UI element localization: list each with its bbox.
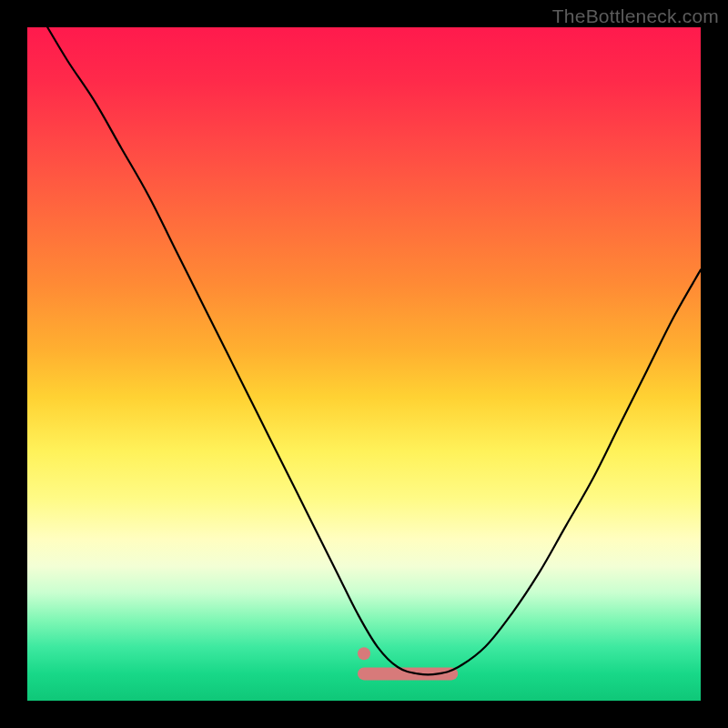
bottleneck-curve (47, 27, 701, 674)
plot-area (27, 27, 701, 701)
chart-frame: TheBottleneck.com (0, 0, 728, 728)
highlight-dot (358, 647, 370, 660)
watermark-text: TheBottleneck.com (552, 5, 719, 27)
chart-svg (27, 27, 701, 701)
